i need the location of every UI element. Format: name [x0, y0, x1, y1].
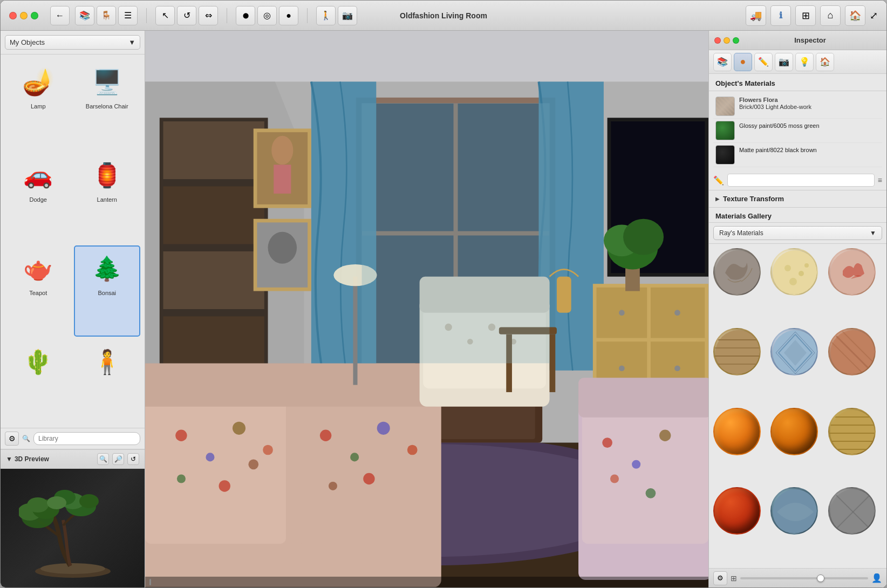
info-button[interactable]: ℹ: [770, 5, 791, 26]
grid-icon[interactable]: ⊞: [731, 574, 737, 583]
info-icon: ℹ: [779, 10, 782, 20]
object-item-lamp[interactable]: 🪔 Lamp: [5, 59, 72, 150]
lamp-icon: 🪔: [22, 67, 54, 97]
swatch-6[interactable]: [828, 328, 876, 375]
swatch-8[interactable]: [770, 408, 818, 455]
gallery-section: Materials Gallery Ray's Materials ▼: [709, 208, 886, 568]
refresh-icon: ↺: [131, 455, 136, 463]
right-inspector: Inspector 📚 ● ✏️ 📷 💡: [708, 31, 886, 587]
zoom-out-button[interactable]: 🔎: [112, 453, 124, 465]
rotate-tool-button[interactable]: ↺: [177, 6, 196, 25]
back-button[interactable]: ←: [50, 6, 70, 25]
pencil-icon[interactable]: ✏️: [713, 175, 724, 186]
menu-icon[interactable]: ≡: [878, 176, 882, 184]
object-item-car[interactable]: 🚗 Dodge: [5, 152, 72, 243]
object-item-figure[interactable]: 🧍: [74, 339, 141, 423]
minimize-button[interactable]: [20, 12, 28, 19]
avatar-icon[interactable]: 👤: [871, 573, 882, 583]
select-tool-button[interactable]: ↖: [155, 6, 175, 25]
flower-icon: 🌵: [23, 348, 53, 376]
svg-point-54: [350, 453, 359, 461]
svg-point-98: [804, 263, 809, 268]
gallery-dropdown[interactable]: Ray's Materials ▼: [713, 226, 882, 240]
gallery-dropdown-label: Ray's Materials: [719, 229, 763, 237]
expand-icon: ⤢: [870, 10, 878, 21]
floorplan-button[interactable]: ⌂: [820, 5, 841, 26]
svg-point-9: [47, 496, 66, 509]
object-item-teapot[interactable]: 🫖 Teapot: [5, 245, 72, 337]
refresh-button[interactable]: ↺: [127, 453, 139, 465]
main-toolbar-group4: 🚶 📷: [316, 6, 357, 25]
swatch-12[interactable]: [828, 487, 876, 535]
swatch-7[interactable]: [713, 408, 761, 455]
sidebar-gear-button[interactable]: ⚙: [5, 432, 19, 446]
lamp-icon-container: 🪔: [17, 63, 60, 101]
catalog-button[interactable]: 📚: [75, 6, 94, 25]
object-item-flower[interactable]: 🌵: [5, 339, 72, 423]
scale-tool-button[interactable]: ⇔: [199, 6, 218, 25]
insp-house-button[interactable]: 🏠: [816, 53, 834, 71]
texture-transform-header[interactable]: ▶ Texture Transform: [709, 190, 886, 207]
inspector-toolbar: 📚 ● ✏️ 📷 💡 🏠: [709, 50, 886, 74]
object-item-chair[interactable]: 🖥️ Barselona Chair: [74, 59, 141, 150]
material-row-glossy[interactable]: Glossy paint/6005 moss green: [713, 119, 882, 143]
swatch-1[interactable]: [713, 248, 761, 296]
figure-icon-container: 🧍: [85, 343, 128, 381]
dot-tool-button[interactable]: ●: [279, 6, 298, 25]
insp-pencil-button[interactable]: ✏️: [754, 53, 773, 71]
inspector-gear-button[interactable]: ⚙: [713, 571, 727, 585]
zoom-in-button[interactable]: 🔍: [97, 453, 109, 465]
swatch-5[interactable]: [770, 328, 818, 375]
teapot-icon-container: 🫖: [17, 250, 60, 288]
insp-bulb-button[interactable]: 💡: [795, 53, 814, 71]
preview-section: ▼ 3D Preview 🔍 🔎 ↺: [1, 449, 145, 587]
expand-button[interactable]: ⤢: [870, 10, 878, 22]
furniture-button[interactable]: 🪑: [97, 6, 116, 25]
material-row-matte[interactable]: Matte paint/8022 black brown: [713, 143, 882, 167]
camera-tool-button[interactable]: 📷: [338, 6, 357, 25]
object-item-lantern[interactable]: 🏮 Lantern: [74, 152, 141, 243]
close-button[interactable]: [9, 12, 17, 19]
swatch-11[interactable]: [770, 487, 818, 535]
svg-rect-91: [557, 277, 571, 313]
objects-dropdown[interactable]: My Objects ▼: [5, 35, 140, 50]
catalog-icon: 📚: [79, 10, 90, 20]
main-content: My Objects ▼ 🪔 Lamp 🖥️ Barselon: [1, 31, 886, 587]
swatch-9[interactable]: [828, 408, 876, 455]
object-item-bonsai[interactable]: 🌲 Bonsai: [74, 245, 141, 337]
list-view-button[interactable]: ☰: [118, 6, 138, 25]
center-viewport[interactable]: [145, 31, 708, 587]
lantern-label: Lantern: [97, 196, 117, 203]
circle-tool-button[interactable]: ◎: [257, 6, 277, 25]
swatch-2[interactable]: [770, 248, 818, 296]
insp-sphere-button[interactable]: ●: [734, 53, 752, 71]
house-button[interactable]: 🏠: [845, 5, 865, 26]
size-slider[interactable]: [740, 577, 868, 579]
material-search-input[interactable]: [727, 174, 875, 187]
figure-icon: 🧍: [92, 348, 122, 376]
walk-tool-button[interactable]: 🚶: [316, 6, 336, 25]
layout-button[interactable]: ⊞: [795, 5, 816, 26]
inspector-minimize-button[interactable]: [724, 37, 730, 44]
insp-camera-button[interactable]: 📷: [775, 53, 793, 71]
inspector-expand-button[interactable]: [733, 37, 739, 44]
svg-point-97: [789, 278, 797, 285]
toolbar-sep3: [307, 8, 308, 23]
inspector-close-button[interactable]: [714, 37, 721, 44]
search-input[interactable]: [33, 432, 140, 445]
truck-button[interactable]: 🚚: [746, 5, 766, 26]
maximize-button[interactable]: [31, 12, 38, 19]
svg-point-83: [271, 136, 293, 165]
swatch-10[interactable]: [713, 487, 761, 535]
material-row-flowers[interactable]: Flowers Flora Brick/003 Light Adobe-work: [713, 94, 882, 119]
insp-catalog-button[interactable]: 📚: [713, 53, 732, 71]
furniture-icon: 🪑: [101, 10, 112, 20]
chair-icon-container: 🖥️: [85, 63, 128, 101]
sphere-tool-button[interactable]: ⬤: [236, 6, 255, 25]
material-swatch-glossy: [715, 121, 735, 140]
objects-materials-header: Object's Materials: [709, 74, 886, 91]
inspector-bottom-bar: ⚙ ⊞ 👤: [709, 568, 886, 587]
preview-header[interactable]: ▼ 3D Preview 🔍 🔎 ↺: [1, 450, 145, 469]
swatch-4[interactable]: [713, 328, 761, 375]
swatch-3[interactable]: [828, 248, 876, 296]
